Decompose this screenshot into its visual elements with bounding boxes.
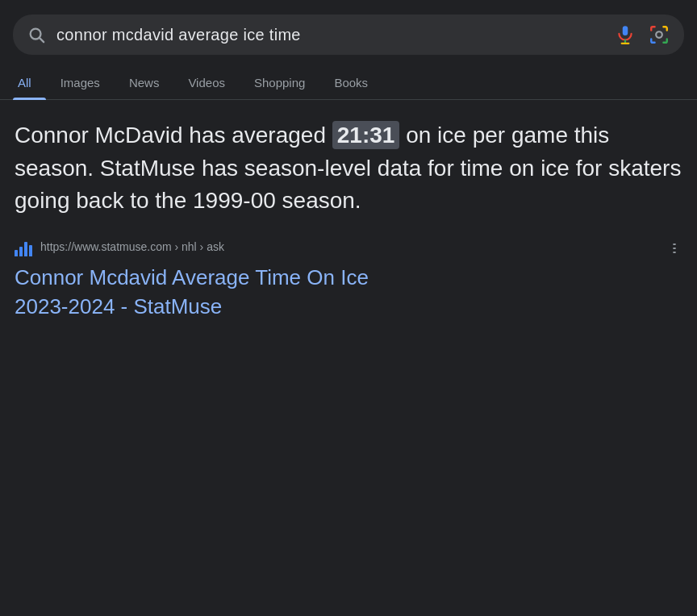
search-right-icons xyxy=(615,24,670,45)
source-line: https://www.statmuse.com › nhl › ask xyxy=(15,240,682,256)
favicon-bar-1 xyxy=(15,250,18,256)
nav-tabs: All Images News Videos Shopping Books xyxy=(0,66,697,100)
snippet-text: Connor McDavid has averaged 21:31 on ice… xyxy=(15,119,682,218)
main-content: Connor McDavid has averaged 21:31 on ice… xyxy=(0,100,697,338)
dot-1 xyxy=(673,243,676,245)
tab-books[interactable]: Books xyxy=(319,66,382,99)
favicon-bar-3 xyxy=(24,242,27,256)
favicon-bar-2 xyxy=(19,247,23,256)
tab-videos[interactable]: Videos xyxy=(173,66,240,99)
tab-shopping[interactable]: Shopping xyxy=(240,66,319,99)
dot-2 xyxy=(673,248,676,249)
result-title-line1: Connor Mcdavid Average Time On Ice xyxy=(15,265,369,289)
svg-point-5 xyxy=(656,31,662,38)
microphone-icon[interactable] xyxy=(615,24,636,45)
tab-news[interactable]: News xyxy=(115,66,174,99)
result-title[interactable]: Connor Mcdavid Average Time On Ice 2023-… xyxy=(15,263,682,322)
snippet-before: Connor McDavid has averaged xyxy=(15,123,332,148)
svg-rect-2 xyxy=(623,26,628,35)
tab-images[interactable]: Images xyxy=(46,66,115,99)
search-bar: connor mcdavid average ice time xyxy=(13,15,684,55)
search-icon xyxy=(27,26,45,44)
search-bar-container: connor mcdavid average ice time xyxy=(0,0,697,66)
lens-icon[interactable] xyxy=(649,24,670,45)
search-input[interactable]: connor mcdavid average ice time xyxy=(56,26,603,44)
dot-3 xyxy=(673,252,676,253)
tab-all[interactable]: All xyxy=(13,66,46,99)
more-options-button[interactable] xyxy=(666,240,682,256)
snippet-highlight: 21:31 xyxy=(332,121,400,149)
statmuse-favicon xyxy=(15,242,32,256)
result-title-line2: 2023-2024 - StatMuse xyxy=(15,294,222,318)
source-url: https://www.statmuse.com › nhl › ask xyxy=(40,240,658,253)
svg-line-1 xyxy=(40,38,44,42)
favicon-bar-4 xyxy=(29,245,32,256)
